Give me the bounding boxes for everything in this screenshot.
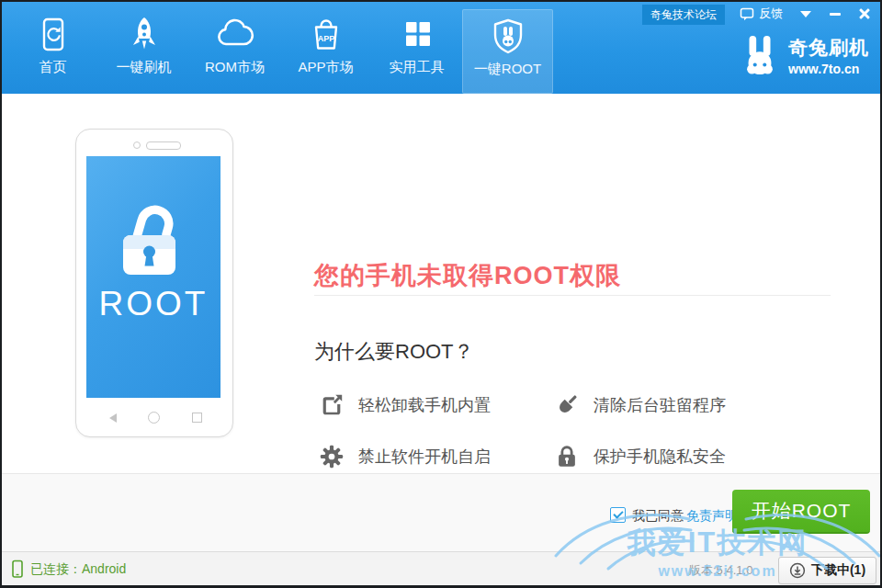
connection-text: 已连接：Android [30, 561, 126, 578]
main-content: ROOT 您的手机未取得ROOT权限 为什么要ROOT？ 轻松卸载手机内置 [2, 94, 880, 473]
brand-name: 奇兔刷机 [788, 35, 869, 61]
rabbit-logo-icon [739, 33, 781, 77]
why-root-heading: 为什么要ROOT？ [314, 338, 474, 366]
phone-recent-icon [192, 413, 202, 423]
root-screen-label: ROOT [86, 285, 220, 323]
feature-label: 保护手机隐私安全 [594, 446, 726, 468]
connection-status: 已连接：Android [11, 560, 126, 579]
tab-root-label: 一键ROOT [474, 61, 541, 78]
minimize-icon [830, 13, 841, 16]
download-manager-button[interactable]: 下载中(1) [778, 557, 876, 584]
phone-back-icon [109, 413, 117, 423]
brand-url: www.7to.cn [788, 62, 869, 76]
feedback-label: 反馈 [759, 6, 783, 22]
speech-bubble-icon [740, 6, 754, 21]
rocket-icon [124, 14, 164, 56]
caret-down-icon [800, 11, 811, 17]
minimize-button[interactable] [821, 4, 849, 24]
tab-app-market-label: APP市场 [298, 59, 353, 76]
agreement-bar: 我已同意 免责声明 开始ROOT [2, 473, 880, 551]
window-controls: 奇兔技术论坛 反馈 [642, 2, 880, 26]
download-icon [789, 562, 806, 579]
phone-speaker-icon [146, 141, 181, 150]
gear-icon [318, 443, 345, 470]
tab-tools[interactable]: 实用工具 [371, 2, 462, 94]
feature-label: 禁止软件开机自启 [358, 446, 491, 468]
lock-icon [553, 443, 581, 470]
title-divider [314, 295, 831, 296]
tab-flash-label: 一键刷机 [117, 59, 172, 76]
phone-illustration: ROOT [75, 129, 233, 437]
feature-uninstall: 轻松卸载手机内置 [318, 391, 491, 419]
agree-checkbox[interactable] [610, 507, 626, 523]
phone-screen: ROOT [86, 156, 220, 398]
start-root-button[interactable]: 开始ROOT [732, 490, 870, 534]
tab-flash[interactable]: 一键刷机 [98, 2, 189, 94]
feedback-button[interactable]: 反馈 [740, 6, 783, 22]
forum-link[interactable]: 奇兔技术论坛 [642, 5, 725, 25]
tab-rom-market[interactable]: ROM市场 [189, 2, 280, 94]
tab-root[interactable]: 一键ROOT [462, 9, 553, 94]
grid-icon [397, 14, 437, 56]
tab-rom-market-label: ROM市场 [205, 59, 265, 76]
dropdown-menu-button[interactable] [790, 4, 821, 24]
feature-privacy: 保护手机隐私安全 [553, 443, 726, 470]
app-bag-icon: APP [306, 14, 346, 56]
close-button[interactable] [849, 4, 880, 24]
agree-label: 我已同意 [632, 508, 684, 525]
connected-phone-icon [11, 560, 24, 579]
phone-home-icon [148, 412, 160, 424]
tab-tools-label: 实用工具 [390, 59, 445, 76]
nav-tabs: 首页 一键刷机 [7, 2, 553, 94]
brush-icon [553, 391, 581, 419]
app-window: 首页 一键刷机 [0, 0, 882, 588]
tab-app-market[interactable]: APP APP市场 [280, 2, 371, 94]
feature-label: 轻松卸载手机内置 [358, 394, 491, 416]
cloud-icon [214, 14, 256, 56]
feature-autostart: 禁止软件开机自启 [318, 443, 491, 470]
open-padlock-icon [112, 197, 195, 283]
header: 首页 一键刷机 [2, 2, 880, 94]
home-refresh-icon [33, 14, 74, 56]
download-label: 下载中(1) [811, 562, 865, 579]
feature-label: 清除后台驻留程序 [594, 394, 726, 416]
phone-camera-icon [133, 141, 141, 149]
shield-rabbit-icon [488, 16, 528, 58]
phone-nav-bar [76, 412, 232, 424]
version-label: 版本:5.4.1.0 [689, 562, 752, 579]
disclaimer-link[interactable]: 免责声明 [686, 508, 738, 525]
uninstall-icon [318, 391, 345, 419]
checkmark-icon [613, 508, 623, 518]
feature-clean: 清除后台驻留程序 [553, 391, 726, 419]
status-bar: 已连接：Android 版本:5.4.1.0 下载中(1) [2, 551, 880, 587]
brand-logo: 奇兔刷机 www.7to.cn [739, 33, 869, 77]
tab-home-label: 首页 [40, 59, 67, 76]
tab-home[interactable]: 首页 [7, 2, 98, 94]
app-bag-icon-text: APP [317, 34, 334, 43]
page-title: 您的手机未取得ROOT权限 [314, 259, 621, 292]
